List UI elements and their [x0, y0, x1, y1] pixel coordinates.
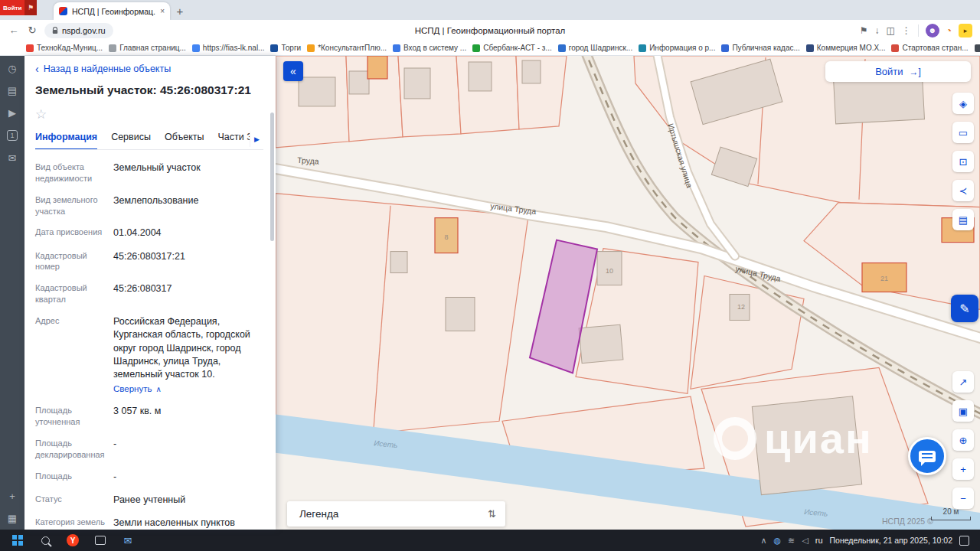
browser-tabstrip: Войти ⚑ НСПД | Геоинформац... × + — [0, 0, 980, 20]
messenger-icon[interactable]: ✉ — [8, 153, 17, 163]
collapse-address-link[interactable]: Свернуть ∧ — [113, 384, 162, 393]
panel-scrollbar[interactable] — [270, 112, 274, 523]
bookmark-item[interactable]: Коммерция МО.Х... — [806, 44, 886, 52]
bookmark-item[interactable]: Стартовая стран... — [891, 44, 968, 52]
browser-tab[interactable]: НСПД | Геоинформац... × — [54, 2, 170, 20]
map-viewport[interactable]: Труда улица Труда улица Труда Иртышская … — [276, 56, 980, 530]
locate-button[interactable]: ↗ — [952, 371, 974, 393]
alice-icon[interactable]: ▸ — [959, 24, 972, 37]
bookmark-item[interactable]: Главная страниц... — [109, 44, 186, 52]
extent-button[interactable]: ▣ — [952, 400, 974, 422]
extent-icon: ▣ — [959, 406, 968, 417]
favorite-star-icon[interactable]: ☆ — [35, 106, 263, 122]
share-button[interactable]: ≺ — [952, 180, 974, 201]
measure-button[interactable]: ▭ — [952, 122, 974, 143]
favicon — [806, 44, 814, 52]
zoom-out-button[interactable]: − — [952, 487, 974, 509]
ruler-icon: ▭ — [959, 127, 968, 139]
field-row: Площадь декларированная- — [35, 438, 263, 461]
bookmarks-panel-icon[interactable]: ▤ — [8, 86, 17, 96]
action-center-icon[interactable] — [959, 536, 969, 546]
bookmark-item[interactable]: Торги — [270, 44, 301, 52]
downloads-icon[interactable]: ↓ — [874, 25, 879, 36]
bookmark-item[interactable]: *КонсультантПлю... — [307, 44, 387, 52]
field-row: Площадь уточненная3 057 кв. м — [35, 405, 263, 428]
corner-login-badge[interactable]: Войти — [0, 0, 24, 15]
bookmark-item[interactable]: ТехноКад-Муниц... — [26, 44, 103, 52]
layers-icon: ◈ — [959, 98, 967, 109]
field-row: Дата присвоения01.04.2004 — [35, 227, 263, 240]
alarm-icon[interactable]: ◔ — [946, 25, 952, 36]
taskbar-yandex-browser[interactable]: Y — [60, 530, 86, 551]
legend-bar[interactable]: Легенда ⇅ — [287, 501, 505, 527]
favicon — [891, 44, 899, 52]
field-row: Кадастровый номер45:26:080317:21 — [35, 250, 263, 273]
volume-icon[interactable]: ◁ — [802, 536, 808, 545]
network-icon[interactable]: ≋ — [788, 536, 795, 545]
bookmark-flag-icon[interactable]: ⚑ — [860, 25, 868, 36]
bookmark-item[interactable]: Вход в систему ... — [393, 44, 466, 52]
back-icon[interactable]: ← — [8, 24, 20, 36]
divider — [918, 24, 919, 37]
tab-information[interactable]: Информация — [35, 132, 97, 150]
tab-favicon-icon — [59, 7, 67, 15]
tabs-scroll-right-button[interactable]: ▶ — [250, 132, 263, 147]
print-button[interactable]: ▤ — [952, 209, 974, 230]
extensions-icon[interactable]: ◫ — [886, 25, 894, 36]
reload-icon[interactable]: ↻ — [26, 24, 38, 36]
bookmark-item[interactable]: Информация о р... — [639, 44, 715, 52]
favicon — [558, 44, 566, 52]
history-icon[interactable]: ◷ — [8, 64, 16, 73]
tray-app-icon[interactable]: ◍ — [773, 536, 781, 545]
tray-expand-icon[interactable]: ∧ — [760, 536, 766, 545]
cadastral-basemap[interactable]: Труда улица Труда улица Труда Иртышская … — [276, 56, 980, 530]
profile-avatar[interactable]: ☻ — [926, 24, 939, 37]
search-icon — [41, 536, 50, 545]
collapse-panel-button[interactable]: « — [283, 61, 303, 81]
tab-counter-badge[interactable]: 1 — [7, 130, 18, 141]
map-login-button[interactable]: Войти →] — [825, 61, 971, 82]
favicon — [472, 44, 480, 52]
identify-button[interactable]: ⊡ — [952, 151, 974, 172]
start-button[interactable] — [5, 530, 31, 551]
favicon — [307, 44, 315, 52]
draw-tool-button[interactable]: ✎ — [951, 295, 978, 322]
tab-objects[interactable]: Объекты — [165, 132, 204, 149]
url-field[interactable]: nspd.gov.ru — [44, 23, 113, 38]
svg-text:10: 10 — [606, 267, 613, 275]
apps-grid-icon[interactable]: ▦ — [8, 514, 17, 523]
tab-services[interactable]: Сервисы — [111, 132, 151, 149]
layers-button[interactable]: ◈ — [952, 93, 974, 114]
add-panel-icon[interactable]: + — [9, 491, 15, 501]
window-icon — [95, 536, 106, 545]
corner-flag-icon[interactable]: ⚑ — [24, 0, 37, 15]
favicon — [26, 44, 34, 52]
bookmark-item[interactable]: Платформа госуд... — [975, 44, 980, 52]
scrollbar-thumb[interactable] — [270, 112, 274, 241]
bookmarks-bar: ТехноКад-Муниц... Главная страниц... htt… — [0, 41, 980, 56]
taskbar-search-button[interactable] — [32, 530, 58, 551]
favicon — [192, 44, 200, 52]
legend-expand-icon[interactable]: ⇅ — [488, 508, 496, 520]
bookmark-item[interactable]: Сбербанк-АСТ - з... — [472, 44, 552, 52]
svg-text:Труда: Труда — [297, 156, 319, 166]
bookmark-item[interactable]: Публичная кадас... — [721, 44, 799, 52]
taskbar-explorer[interactable] — [87, 530, 113, 551]
chat-button[interactable] — [908, 437, 946, 475]
new-tab-button[interactable]: + — [170, 2, 190, 20]
back-to-results-link[interactable]: ‹ Назад в найденные объекты — [35, 64, 263, 74]
language-indicator[interactable]: ru — [815, 536, 823, 545]
bookmark-item[interactable]: город Шадринск... — [558, 44, 632, 52]
menu-dots-icon[interactable]: ⋮ — [902, 25, 911, 36]
media-icon[interactable]: ▶ — [8, 108, 16, 118]
minus-icon: − — [960, 493, 966, 504]
zoom-in-button[interactable]: + — [952, 458, 974, 480]
zoom-box-button[interactable]: ⊕ — [952, 429, 974, 451]
clock-date[interactable]: Понедельник, 21 апр 2025, 10:02 — [830, 536, 952, 545]
screen: Войти ⚑ НСПД | Геоинформац... × + ← ↻ ns… — [0, 0, 980, 551]
page-title: НСПД | Геоинформационный портал — [0, 26, 980, 35]
login-exit-icon: →] — [910, 67, 921, 77]
tab-close-icon[interactable]: × — [160, 7, 165, 15]
taskbar-mail[interactable]: ✉ — [115, 530, 141, 551]
bookmark-item[interactable]: https://fias-lk.nal... — [192, 44, 265, 52]
